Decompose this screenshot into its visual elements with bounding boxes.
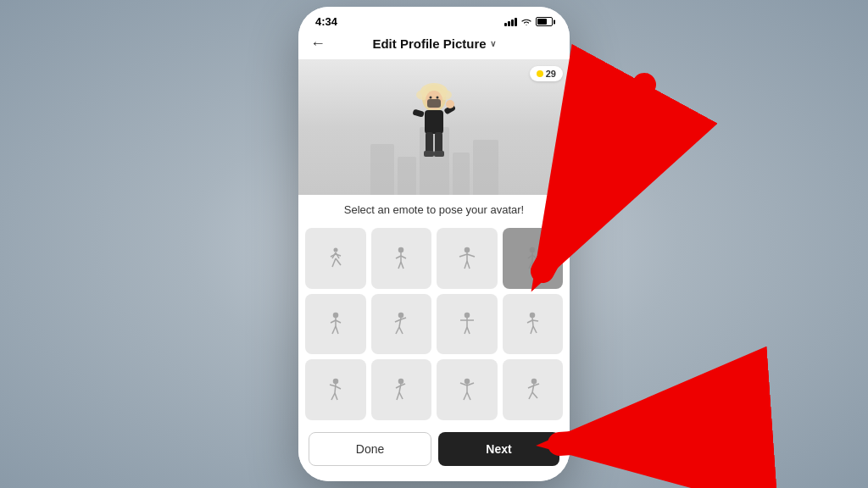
next-button[interactable]: Next [438,432,559,466]
svg-rect-14 [424,151,434,157]
svg-line-37 [529,262,532,269]
emote-cell-9[interactable] [371,359,432,420]
svg-line-46 [336,320,341,323]
svg-point-23 [399,247,403,252]
svg-rect-13 [435,132,442,153]
svg-line-55 [465,327,467,334]
svg-point-53 [465,313,469,318]
svg-point-6 [430,96,432,98]
svg-line-38 [532,262,536,269]
svg-line-52 [401,318,406,319]
svg-line-32 [467,261,470,269]
svg-line-56 [467,327,470,334]
svg-line-80 [467,392,470,400]
avatar-preview: 29 [298,59,570,195]
svg-line-88 [534,384,539,385]
status-bar: 4:34 [298,7,570,31]
svg-line-34 [467,254,475,257]
emote-prompt-area: Select an emote to pose your avatar! [298,195,570,228]
selected-check [548,230,560,242]
svg-point-47 [399,313,403,318]
svg-line-49 [396,327,399,334]
signal-icon [504,18,517,26]
emote-cell-3[interactable] [503,228,564,289]
emote-cell-5[interactable] [371,294,432,355]
status-icons [504,17,553,26]
phone-frame: 4:34 ← Edit Profile Picture ∨ [298,7,570,481]
home-bar [392,481,476,482]
svg-point-83 [532,379,537,383]
svg-line-73 [397,392,399,400]
coin-icon [537,70,543,77]
svg-rect-5 [427,99,441,108]
svg-point-41 [333,313,337,318]
svg-line-31 [465,261,467,269]
svg-line-19 [332,258,336,267]
svg-line-61 [531,326,533,334]
emote-grid [298,228,570,425]
svg-line-25 [398,262,401,269]
emote-cell-10[interactable] [437,359,498,420]
svg-line-69 [330,385,336,386]
svg-rect-12 [426,132,433,153]
svg-line-64 [532,320,538,321]
home-indicator [298,476,570,482]
svg-line-67 [331,393,335,400]
coin-badge: 29 [530,66,563,81]
status-time: 4:34 [315,15,337,28]
svg-line-79 [464,392,467,400]
svg-line-27 [396,256,401,258]
svg-line-28 [401,256,406,258]
done-button[interactable]: Done [309,432,431,466]
svg-line-86 [532,392,537,398]
svg-point-59 [531,313,535,318]
emote-cell-4[interactable] [305,294,366,355]
emote-cell-2[interactable] [437,228,498,289]
svg-rect-9 [412,108,424,117]
action-buttons: Done Next [298,425,570,476]
emote-cell-6[interactable] [437,294,498,355]
emote-prompt-text: Select an emote to pose your avatar! [312,203,556,216]
svg-line-63 [527,320,532,323]
svg-line-22 [336,254,341,256]
header: ← Edit Profile Picture ∨ [298,31,570,59]
expand-icon[interactable]: ⤢ [556,178,565,190]
svg-line-26 [401,262,403,269]
emote-cell-1[interactable] [371,228,432,289]
svg-point-35 [531,247,535,252]
svg-point-11 [446,100,454,108]
svg-point-71 [399,379,403,383]
svg-line-60 [532,318,533,326]
svg-line-44 [336,326,338,334]
svg-line-43 [332,326,336,334]
svg-line-85 [529,392,532,399]
svg-point-16 [333,247,337,252]
svg-line-62 [533,326,537,333]
back-button[interactable]: ← [310,35,326,53]
svg-line-68 [335,393,337,400]
svg-line-50 [399,327,403,334]
svg-rect-8 [425,110,443,134]
coin-count: 29 [546,69,556,79]
header-title: Edit Profile Picture ∨ [372,36,495,51]
svg-point-29 [465,247,469,252]
emote-cell-7[interactable] [503,294,564,355]
avatar-figure [404,83,464,172]
svg-line-20 [336,258,341,265]
svg-line-45 [331,320,336,323]
emote-cell-11[interactable] [503,359,564,420]
svg-point-77 [465,379,469,383]
svg-point-65 [333,379,337,383]
svg-rect-15 [434,151,444,157]
emote-cell-8[interactable] [305,359,366,420]
battery-icon [536,17,553,26]
svg-line-66 [335,384,336,393]
svg-line-70 [336,386,341,389]
chevron-down-icon[interactable]: ∨ [490,39,496,48]
emote-cell-0[interactable] [305,228,366,289]
svg-line-76 [401,384,405,385]
svg-point-7 [437,96,439,98]
svg-line-74 [399,392,403,399]
svg-line-33 [459,254,467,257]
wifi-icon [520,17,532,26]
